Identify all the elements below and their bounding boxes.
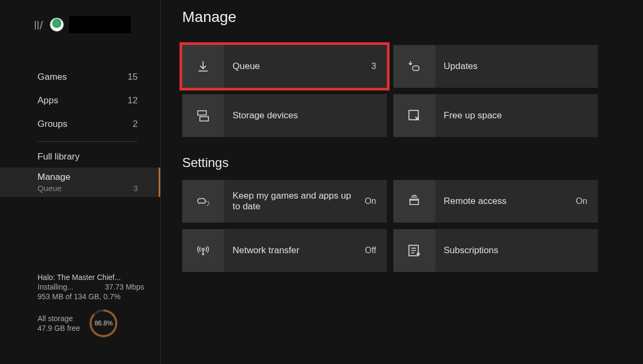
sidebar-queue-label: Queue xyxy=(38,184,62,193)
sidebar-item-count: 15 xyxy=(128,72,138,82)
tile-value: Off xyxy=(365,246,387,255)
sidebar-item-count: 12 xyxy=(128,95,138,106)
storage-text: All storage 47.9 GB free xyxy=(38,314,80,333)
tile-storage-devices[interactable]: Storage devices xyxy=(182,94,387,137)
svg-rect-1 xyxy=(200,117,208,121)
subscriptions-icon xyxy=(393,229,435,272)
library-icon xyxy=(35,20,44,29)
sidebar: Games 15 Apps 12 Groups 2 Full library M… xyxy=(0,0,161,364)
storage-ring: 86.8% xyxy=(89,309,117,337)
tile-updates[interactable]: Updates xyxy=(393,45,598,88)
sidebar-item-count: 2 xyxy=(133,119,138,130)
tile-label: Keep my games and apps up to date xyxy=(224,191,365,212)
free-space-icon xyxy=(393,94,435,137)
sidebar-item-manage[interactable]: Manage Queue 3 xyxy=(0,168,160,197)
manage-tiles: Queue 3 Updates Storage devices Free up … xyxy=(182,45,600,137)
sidebar-item-groups[interactable]: Groups 2 xyxy=(0,112,160,136)
sidebar-queue-sub: Queue 3 xyxy=(38,183,138,193)
install-row: Installing... 37.73 Mbps xyxy=(38,283,144,291)
install-progress: 953 MB of 134 GB, 0.7% xyxy=(38,292,144,301)
tile-keep-updated[interactable]: Keep my games and apps up to date On xyxy=(182,180,387,223)
main-content: Manage Queue 3 Updates Storage devices xyxy=(182,0,643,272)
settings-tiles: Keep my games and apps up to date On Rem… xyxy=(182,180,600,272)
storage-devices-icon xyxy=(182,94,224,137)
sidebar-item-label: Games xyxy=(38,72,67,82)
profile-row xyxy=(0,0,160,33)
sidebar-item-label: Apps xyxy=(38,95,58,106)
remote-access-icon xyxy=(393,180,435,223)
svg-point-4 xyxy=(202,248,204,251)
storage-label: All storage xyxy=(38,314,80,323)
tile-label: Updates xyxy=(435,61,598,72)
tile-free-up-space[interactable]: Free up space xyxy=(393,94,598,137)
settings-title: Settings xyxy=(182,155,643,170)
install-title: Halo: The Master Chief... xyxy=(38,273,144,282)
tile-label: Subscriptions xyxy=(435,245,598,256)
download-controller-icon xyxy=(393,45,435,88)
sidebar-item-apps[interactable]: Apps 12 xyxy=(0,89,160,112)
install-state: Installing... xyxy=(38,283,73,291)
tile-value: On xyxy=(365,196,387,206)
tile-label: Remote access xyxy=(435,196,576,207)
network-transfer-icon xyxy=(182,229,224,272)
svg-rect-0 xyxy=(198,111,206,115)
tile-label: Storage devices xyxy=(224,110,387,121)
storage-percent: 86.8% xyxy=(94,320,113,327)
storage-summary: All storage 47.9 GB free 86.8% xyxy=(38,309,144,337)
redacted-gamertag xyxy=(69,16,131,33)
tile-network-transfer[interactable]: Network transfer Off xyxy=(182,229,387,272)
tile-label: Free up space xyxy=(435,110,598,121)
avatar[interactable] xyxy=(50,18,64,32)
tile-value: On xyxy=(576,196,598,206)
download-icon xyxy=(182,45,224,88)
tile-subscriptions[interactable]: Subscriptions xyxy=(393,229,598,272)
tile-label: Network transfer xyxy=(224,245,365,256)
sidebar-item-label: Groups xyxy=(38,119,68,130)
page-title: Manage xyxy=(182,9,643,26)
tile-remote-access[interactable]: Remote access On xyxy=(393,180,598,223)
sidebar-queue-count: 3 xyxy=(133,184,138,193)
tile-queue[interactable]: Queue 3 xyxy=(182,45,387,88)
sidebar-divider xyxy=(38,141,138,142)
install-speed: 37.73 Mbps xyxy=(105,283,144,291)
tile-label: Queue xyxy=(224,61,371,72)
install-status-block: Halo: The Master Chief... Installing... … xyxy=(38,273,144,337)
controller-refresh-icon xyxy=(182,180,224,223)
tile-value: 3 xyxy=(371,62,387,71)
sidebar-categories: Games 15 Apps 12 Groups 2 Full library M… xyxy=(0,65,160,197)
sidebar-item-full-library[interactable]: Full library xyxy=(0,146,160,168)
sidebar-manage-label: Manage xyxy=(38,172,138,183)
sidebar-item-games[interactable]: Games 15 xyxy=(0,65,160,89)
storage-free: 47.9 GB free xyxy=(38,323,80,333)
